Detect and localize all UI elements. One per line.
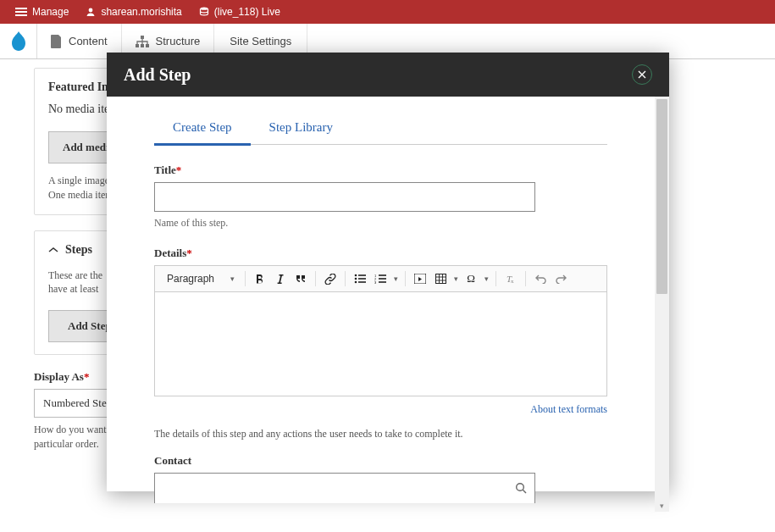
svg-point-11 xyxy=(355,281,357,284)
display-as-value: Numbered Steps xyxy=(43,396,116,409)
title-hint: Name of this step. xyxy=(154,217,607,230)
svg-rect-4 xyxy=(141,44,144,47)
modal-header: Add Step xyxy=(107,53,669,97)
user-name: sharean.morishita xyxy=(101,6,181,18)
toolbar-separator xyxy=(245,271,246,286)
hamburger-icon xyxy=(15,8,27,16)
remove-format-button[interactable]: Tx xyxy=(501,269,520,288)
svg-rect-18 xyxy=(379,281,386,283)
text-formats-link-wrap: About text formats xyxy=(154,403,607,416)
bold-button[interactable] xyxy=(251,269,269,288)
scroll-down-arrow[interactable]: ▾ xyxy=(655,500,669,512)
chevron-down-icon: ▾ xyxy=(230,274,235,283)
contact-field-group: Contact xyxy=(154,454,607,503)
manage-label: Manage xyxy=(32,6,69,18)
svg-point-9 xyxy=(355,278,357,280)
tab-step-library[interactable]: Step Library xyxy=(251,114,352,144)
svg-text:3: 3 xyxy=(374,280,377,285)
style-select-value: Paragraph xyxy=(167,273,214,285)
title-input[interactable] xyxy=(154,182,535,212)
svg-point-23 xyxy=(517,484,524,491)
rich-text-editor: Paragraph ▾ 123 ▾ xyxy=(154,265,607,396)
sitemap-icon xyxy=(136,36,149,47)
svg-rect-10 xyxy=(358,278,366,280)
chevron-up-icon xyxy=(48,247,58,253)
modal-body: Create Step Step Library Title* Name of … xyxy=(107,97,655,512)
file-icon xyxy=(51,35,62,48)
svg-rect-16 xyxy=(379,278,386,280)
svg-rect-12 xyxy=(358,281,366,283)
svg-point-7 xyxy=(355,274,357,277)
contact-input[interactable] xyxy=(154,473,535,503)
admin-top-bar: Manage sharean.morishita (live_118) Live xyxy=(0,0,775,24)
details-label: Details xyxy=(154,247,186,259)
structure-label: Structure xyxy=(156,35,201,47)
modal-scrollbar[interactable]: ▴ ▾ xyxy=(655,97,669,512)
toolbar-separator xyxy=(405,271,406,286)
modal-title: Add Step xyxy=(124,65,191,85)
about-text-formats-link[interactable]: About text formats xyxy=(530,403,607,415)
content-label: Content xyxy=(69,35,108,47)
svg-rect-20 xyxy=(435,274,446,284)
close-icon xyxy=(638,70,646,79)
tab-create-step[interactable]: Create Step xyxy=(154,114,251,146)
manage-menu[interactable]: Manage xyxy=(7,0,77,24)
svg-rect-3 xyxy=(136,44,139,47)
display-as-label: Display As xyxy=(34,370,84,383)
toolbar-separator xyxy=(345,271,346,286)
database-icon xyxy=(199,7,209,17)
site-settings-label: Site Settings xyxy=(230,35,291,47)
add-step-modal: Add Step Create Step Step Library Title*… xyxy=(107,53,669,491)
specialchar-dropdown[interactable]: ▾ xyxy=(482,274,490,283)
italic-button[interactable] xyxy=(271,269,290,288)
scrollbar-thumb[interactable] xyxy=(656,99,667,294)
user-menu[interactable]: sharean.morishita xyxy=(77,0,190,24)
undo-button[interactable] xyxy=(531,269,550,288)
modal-close-button[interactable] xyxy=(632,64,652,85)
svg-rect-8 xyxy=(358,274,366,276)
svg-rect-5 xyxy=(146,44,149,47)
title-label: Title xyxy=(154,163,176,176)
modal-tabs: Create Step Step Library xyxy=(154,114,607,145)
drupal-logo[interactable] xyxy=(0,24,37,58)
redo-button[interactable] xyxy=(551,269,570,288)
svg-point-1 xyxy=(200,8,208,10)
toolbar-separator xyxy=(495,271,496,286)
editor-content-area[interactable] xyxy=(155,292,606,396)
numbered-list-button[interactable]: 123 xyxy=(371,269,390,288)
special-character-button[interactable]: Ω xyxy=(462,269,480,288)
link-button[interactable] xyxy=(321,269,340,288)
details-field-group: Details* Paragraph ▾ xyxy=(154,247,607,441)
toolbar-separator xyxy=(525,271,526,286)
details-hint: The details of this step and any actions… xyxy=(154,428,607,441)
svg-text:x: x xyxy=(511,278,514,285)
contact-label: Contact xyxy=(154,454,607,468)
paragraph-style-select[interactable]: Paragraph ▾ xyxy=(162,271,240,286)
steps-heading: Steps xyxy=(65,243,92,257)
user-icon xyxy=(86,7,96,17)
svg-rect-14 xyxy=(379,274,386,276)
table-dropdown[interactable]: ▾ xyxy=(451,274,460,283)
title-field-group: Title* Name of this step. xyxy=(154,163,607,230)
search-icon xyxy=(515,482,527,494)
list-dropdown[interactable]: ▾ xyxy=(391,274,400,283)
insert-media-button[interactable] xyxy=(411,269,429,288)
svg-rect-2 xyxy=(141,36,144,39)
toolbar-separator xyxy=(315,271,316,286)
env-label: (live_118) Live xyxy=(214,6,280,18)
insert-table-button[interactable] xyxy=(431,269,450,288)
environment-indicator[interactable]: (live_118) Live xyxy=(191,0,289,24)
svg-point-0 xyxy=(89,8,93,13)
bulleted-list-button[interactable] xyxy=(351,269,369,288)
blockquote-button[interactable] xyxy=(291,269,310,288)
editor-toolbar: Paragraph ▾ 123 ▾ xyxy=(155,266,606,292)
